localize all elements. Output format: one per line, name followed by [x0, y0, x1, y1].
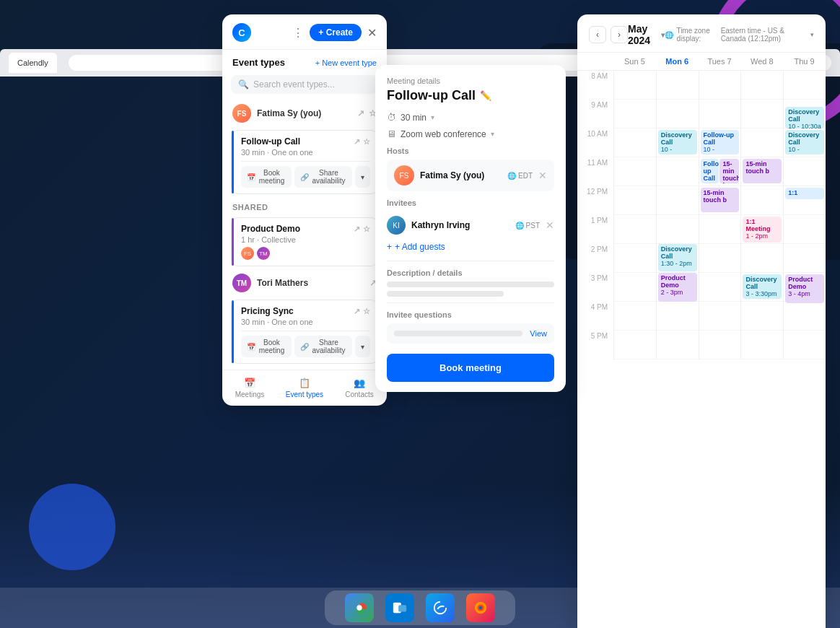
link-icon[interactable]: ↗	[354, 307, 360, 316]
cell-sun-8am[interactable]	[613, 71, 656, 100]
mon-product-demo[interactable]: Product Demo2 - 3pm	[658, 273, 697, 302]
cell-mon-12pm[interactable]	[656, 186, 699, 215]
cell-mon-11am[interactable]	[656, 157, 699, 186]
search-bar[interactable]: 🔍 Search event types...	[231, 75, 378, 94]
cell-thu-2pm[interactable]	[783, 244, 826, 273]
cell-sun-4pm[interactable]	[613, 302, 656, 331]
book-meeting-button[interactable]: 📅 Book meeting	[241, 166, 292, 188]
cell-tue-5pm[interactable]	[699, 331, 741, 359]
view-link[interactable]: View	[530, 329, 547, 338]
cell-tue-11am[interactable]: Follow-up Call11 - 11:30am 15-min touch …	[699, 157, 741, 186]
thu-product-demo[interactable]: Product Demo3 - 4pm	[785, 274, 824, 303]
cell-wed-11am[interactable]: 15-min touch b	[740, 157, 783, 186]
cell-wed-2pm[interactable]	[740, 244, 783, 273]
cell-mon-8am[interactable]	[656, 71, 699, 100]
next-month-button[interactable]: ›	[611, 26, 628, 43]
cell-sun-5pm[interactable]	[613, 331, 656, 359]
cell-mon-9am[interactable]	[656, 100, 699, 128]
cell-mon-10am[interactable]: Discovery Call10 - 10:30am	[656, 128, 699, 157]
cell-mon-4pm[interactable]	[656, 302, 699, 331]
cell-sun-10am[interactable]	[613, 128, 656, 157]
remove-invitee-button[interactable]: ✕	[546, 219, 554, 231]
taskbar-edge[interactable]	[426, 593, 455, 622]
cell-tue-3pm[interactable]	[699, 273, 741, 302]
cell-tue-8am[interactable]	[699, 71, 741, 100]
link-icon[interactable]: ↗	[354, 224, 360, 234]
star-icon[interactable]: ☆	[363, 137, 370, 147]
taskbar-firefox[interactable]	[466, 593, 495, 622]
cell-tue-10am[interactable]: Follow-up Call10 - 10:30am	[699, 128, 741, 157]
wed-15min-touch[interactable]: 15-min touch b	[743, 159, 782, 183]
link-icon[interactable]: ↗	[354, 137, 360, 147]
pricing-share-button[interactable]: 🔗 Share availability	[294, 336, 352, 357]
cell-wed-9am[interactable]	[740, 100, 783, 128]
wed-1on1-meeting[interactable]: 1:1 Meeting1 - 2pm	[743, 217, 782, 243]
external-link-icon[interactable]: ↗	[357, 108, 364, 118]
thu-event-12[interactable]: 1:1	[785, 188, 824, 199]
cell-thu-10am[interactable]: Discovery Call10 - 10:30am	[783, 128, 826, 157]
cell-mon-3pm[interactable]: Product Demo2 - 3pm	[656, 273, 699, 302]
thu-discovery-call-2[interactable]: Discovery Call10 - 10:30am	[785, 130, 824, 154]
cell-sun-11am[interactable]	[613, 157, 656, 186]
cell-tue-9am[interactable]	[699, 100, 741, 128]
cell-sun-3pm[interactable]	[613, 273, 656, 302]
create-button[interactable]: + Create	[310, 24, 362, 41]
cell-wed-3pm[interactable]: Discovery Call3 - 3:30pm	[740, 273, 783, 302]
cell-wed-8am[interactable]	[740, 71, 783, 100]
prev-month-button[interactable]: ‹	[589, 26, 606, 43]
cell-wed-4pm[interactable]	[740, 302, 783, 331]
cell-mon-5pm[interactable]	[656, 331, 699, 359]
cell-tue-2pm[interactable]	[699, 244, 741, 273]
pricing-book-button[interactable]: 📅 Book meeting	[241, 336, 292, 357]
tue-15min-touch[interactable]: 15-min touch b	[719, 159, 739, 183]
cell-thu-9am[interactable]: Discovery Call10 - 10:30a	[783, 100, 826, 128]
cell-sun-1pm[interactable]	[613, 215, 656, 244]
cell-mon-1pm[interactable]	[656, 215, 699, 244]
close-panel-button[interactable]: ✕	[367, 26, 377, 40]
more-button[interactable]: ▾	[355, 166, 370, 188]
add-guests-button[interactable]: + + Add guests	[387, 239, 554, 255]
cell-tue-1pm[interactable]	[699, 215, 741, 244]
book-meeting-button[interactable]: Book meeting	[387, 354, 554, 382]
cell-thu-12pm[interactable]: 1:1	[783, 186, 826, 215]
cell-thu-5pm[interactable]	[783, 331, 826, 359]
cell-wed-5pm[interactable]	[740, 331, 783, 359]
duration-chevron[interactable]: ▾	[431, 113, 434, 121]
cell-wed-1pm[interactable]: 1:1 Meeting1 - 2pm	[740, 215, 783, 244]
taskbar-chrome[interactable]	[345, 593, 374, 622]
tue-15min-12[interactable]: 15-min touch b	[701, 188, 740, 212]
cell-thu-8am[interactable]	[783, 71, 826, 100]
cell-wed-12pm[interactable]	[740, 186, 783, 215]
cell-sun-9am[interactable]	[613, 100, 656, 128]
cell-mon-2pm[interactable]: Discovery Call1:30 - 2pm	[656, 244, 699, 273]
star-icon[interactable]: ☆	[363, 307, 370, 316]
more-options-button[interactable]: ⋮	[292, 26, 304, 40]
conference-chevron[interactable]: ▾	[491, 130, 494, 138]
cell-thu-1pm[interactable]	[783, 215, 826, 244]
tab-meetings[interactable]: 📅 Meetings	[222, 370, 277, 406]
cell-tue-12pm[interactable]: 15-min touch b	[699, 186, 741, 215]
mon-discovery-2pm[interactable]: Discovery Call1:30 - 2pm	[658, 244, 697, 271]
mon-discovery-call[interactable]: Discovery Call10 - 10:30am	[658, 130, 697, 154]
taskbar-outlook[interactable]: O	[385, 593, 414, 622]
tue-followup-call[interactable]: Follow-up Call10 - 10:30am	[701, 130, 740, 154]
cell-wed-10am[interactable]	[740, 128, 783, 157]
pricing-more-button[interactable]: ▾	[355, 336, 370, 357]
star-icon[interactable]: ☆	[363, 224, 370, 234]
cell-thu-11am[interactable]	[783, 157, 826, 186]
edit-icon[interactable]: ✏️	[480, 90, 491, 101]
share-availability-button[interactable]: 🔗 Share availability	[294, 166, 352, 188]
browser-tab[interactable]: Calendly	[9, 53, 57, 73]
cell-thu-3pm[interactable]: Product Demo3 - 4pm	[783, 273, 826, 302]
cell-sun-12pm[interactable]	[613, 186, 656, 215]
tz-chevron[interactable]: ▾	[810, 31, 814, 38]
thu-discovery-call[interactable]: Discovery Call10 - 10:30a	[785, 107, 824, 128]
tue-followup-11[interactable]: Follow-up Call11 - 11:30am	[701, 159, 719, 183]
cell-tue-4pm[interactable]	[699, 302, 741, 331]
new-event-type-link[interactable]: + New event type	[315, 58, 377, 67]
remove-host-button[interactable]: ✕	[538, 170, 547, 181]
cell-thu-4pm[interactable]	[783, 302, 826, 331]
tab-event-types[interactable]: 📋 Event types	[277, 370, 332, 406]
wed-discovery-3pm[interactable]: Discovery Call3 - 3:30pm	[743, 274, 782, 299]
cell-sun-2pm[interactable]	[613, 244, 656, 273]
